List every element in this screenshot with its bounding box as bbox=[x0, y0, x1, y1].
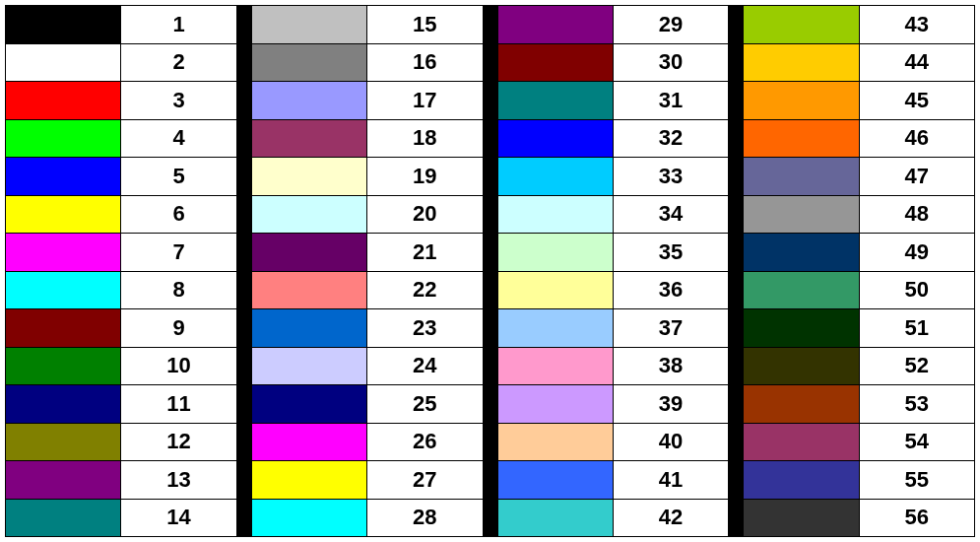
palette-row: 25 bbox=[252, 385, 484, 424]
palette-row: 31 bbox=[498, 82, 730, 120]
palette-row: 52 bbox=[744, 348, 975, 386]
palette-row: 14 bbox=[6, 500, 237, 538]
palette-row: 38 bbox=[498, 348, 730, 386]
palette-row: 13 bbox=[6, 461, 237, 500]
color-swatch bbox=[252, 309, 367, 347]
color-swatch bbox=[498, 424, 614, 461]
color-swatch bbox=[252, 44, 367, 82]
color-swatch bbox=[498, 309, 614, 347]
color-index: 10 bbox=[121, 348, 236, 385]
palette-row: 2 bbox=[6, 44, 237, 83]
palette-row: 41 bbox=[498, 461, 730, 500]
color-index: 56 bbox=[860, 500, 975, 537]
color-index: 39 bbox=[614, 385, 729, 423]
palette-row: 53 bbox=[744, 385, 975, 424]
palette-row: 56 bbox=[744, 500, 975, 538]
color-swatch bbox=[744, 6, 859, 43]
color-index: 43 bbox=[860, 6, 975, 43]
color-index: 32 bbox=[614, 120, 729, 158]
palette-row: 16 bbox=[252, 44, 484, 83]
color-index: 13 bbox=[121, 461, 236, 499]
color-index: 25 bbox=[367, 385, 483, 423]
color-swatch bbox=[498, 196, 614, 234]
color-swatch bbox=[744, 44, 859, 82]
palette-row: 54 bbox=[744, 424, 975, 462]
color-index: 23 bbox=[367, 309, 483, 347]
palette-row: 34 bbox=[498, 196, 730, 235]
palette-column: 1 2 3 4 5 6 7 8 9 10 11 12 13 14 bbox=[5, 5, 237, 537]
palette-row: 36 bbox=[498, 272, 730, 310]
color-swatch bbox=[252, 272, 367, 309]
color-swatch bbox=[498, 234, 614, 271]
color-index: 41 bbox=[614, 461, 729, 499]
color-index: 19 bbox=[367, 158, 483, 195]
palette-row: 5 bbox=[6, 158, 237, 196]
palette-row: 42 bbox=[498, 500, 730, 538]
palette-row: 1 bbox=[6, 6, 237, 44]
color-index: 48 bbox=[860, 196, 975, 234]
palette-row: 4 bbox=[6, 120, 237, 159]
palette-columns: 1 2 3 4 5 6 7 8 9 10 11 12 13 14 15 16 1… bbox=[5, 5, 975, 537]
color-swatch bbox=[744, 385, 859, 423]
palette-row: 43 bbox=[744, 6, 975, 44]
palette-row: 29 bbox=[498, 6, 730, 44]
palette-row: 39 bbox=[498, 385, 730, 424]
color-swatch bbox=[498, 385, 614, 423]
color-swatch bbox=[6, 272, 121, 309]
palette-row: 21 bbox=[252, 234, 484, 272]
color-swatch bbox=[252, 461, 367, 499]
color-index: 18 bbox=[367, 120, 483, 158]
color-index: 29 bbox=[614, 6, 729, 43]
color-index: 26 bbox=[367, 424, 483, 461]
color-index: 5 bbox=[121, 158, 236, 195]
palette-row: 40 bbox=[498, 424, 730, 462]
palette-column: 29 30 31 32 33 34 35 36 37 38 39 40 41 4… bbox=[497, 5, 730, 537]
color-index: 27 bbox=[367, 461, 483, 499]
color-index: 45 bbox=[860, 82, 975, 119]
color-swatch bbox=[252, 120, 367, 158]
column-separator bbox=[729, 5, 743, 537]
palette-row: 37 bbox=[498, 309, 730, 348]
palette-row: 20 bbox=[252, 196, 484, 235]
color-index: 53 bbox=[860, 385, 975, 423]
color-index: 30 bbox=[614, 44, 729, 82]
color-index: 11 bbox=[121, 385, 236, 423]
palette-row: 17 bbox=[252, 82, 484, 120]
color-swatch bbox=[252, 385, 367, 423]
palette-column: 15 16 17 18 19 20 21 22 23 24 25 26 27 2… bbox=[251, 5, 484, 537]
color-index: 17 bbox=[367, 82, 483, 119]
palette-row: 22 bbox=[252, 272, 484, 310]
color-index: 15 bbox=[367, 6, 483, 43]
color-swatch bbox=[744, 309, 859, 347]
color-index: 40 bbox=[614, 424, 729, 461]
color-index: 22 bbox=[367, 272, 483, 309]
palette-row: 12 bbox=[6, 424, 237, 462]
color-index: 8 bbox=[121, 272, 236, 309]
palette-row: 23 bbox=[252, 309, 484, 348]
color-index: 36 bbox=[614, 272, 729, 309]
palette-row: 33 bbox=[498, 158, 730, 196]
color-swatch bbox=[6, 82, 121, 119]
palette-row: 6 bbox=[6, 196, 237, 235]
color-index: 49 bbox=[860, 234, 975, 271]
color-index: 24 bbox=[367, 348, 483, 385]
color-swatch bbox=[498, 82, 614, 119]
color-swatch bbox=[744, 272, 859, 309]
color-index: 20 bbox=[367, 196, 483, 234]
palette-row: 46 bbox=[744, 120, 975, 159]
color-index: 31 bbox=[614, 82, 729, 119]
palette-row: 51 bbox=[744, 309, 975, 348]
color-index: 34 bbox=[614, 196, 729, 234]
palette-row: 49 bbox=[744, 234, 975, 272]
color-index: 42 bbox=[614, 500, 729, 537]
color-swatch bbox=[252, 424, 367, 461]
color-swatch bbox=[744, 234, 859, 271]
color-swatch bbox=[6, 461, 121, 499]
color-swatch bbox=[498, 158, 614, 195]
color-index: 3 bbox=[121, 82, 236, 119]
color-swatch bbox=[498, 461, 614, 499]
palette-row: 50 bbox=[744, 272, 975, 310]
palette-row: 48 bbox=[744, 196, 975, 235]
color-index: 46 bbox=[860, 120, 975, 158]
palette-row: 32 bbox=[498, 120, 730, 159]
